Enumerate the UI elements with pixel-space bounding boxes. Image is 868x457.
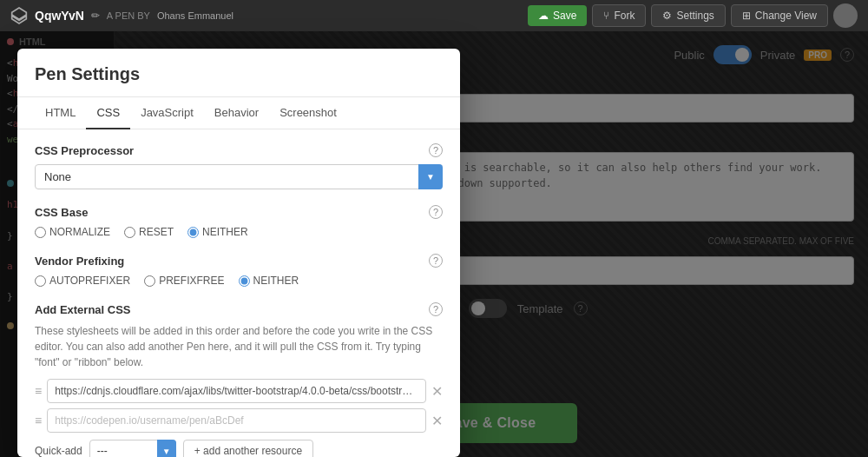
- css-base-normalize-radio[interactable]: [35, 227, 46, 238]
- css-url-input-2[interactable]: [47, 408, 426, 433]
- css-base-radio-group: NORMALIZE RESET NEITHER: [35, 226, 443, 238]
- css-base-reset-option[interactable]: RESET: [124, 226, 174, 238]
- add-external-css-row: Add External CSS ? These stylesheets wil…: [35, 302, 443, 457]
- add-external-css-label: Add External CSS: [35, 303, 131, 316]
- autoprefixer-option[interactable]: AUTOPREFIXER: [35, 275, 130, 287]
- vendor-prefixing-row: Vendor Prefixing ? AUTOPREFIXER PREFIXFR…: [35, 254, 443, 287]
- tab-css[interactable]: CSS: [86, 97, 130, 129]
- autoprefixer-radio[interactable]: [35, 275, 46, 287]
- topbar-left: QqwYvN ✏ A PEN BY Ohans Emmanuel: [10, 7, 233, 24]
- vendor-neither-radio[interactable]: [239, 275, 250, 287]
- add-resource-button[interactable]: + add another resource: [183, 440, 313, 457]
- codepen-logo-icon: [10, 7, 28, 24]
- tab-screenshot[interactable]: Screenshot: [269, 97, 347, 129]
- fork-icon: ⑂: [603, 10, 609, 22]
- css-base-label-row: CSS Base ?: [35, 205, 443, 219]
- pen-by-label: A PEN BY: [107, 10, 150, 21]
- vendor-prefixing-radio-group: AUTOPREFIXER PREFIXFREE NEITHER: [35, 275, 443, 287]
- gear-icon: ⚙: [662, 10, 672, 22]
- css-base-neither-option[interactable]: NEITHER: [187, 226, 248, 238]
- modal-header: Pen Settings: [17, 49, 460, 97]
- settings-button[interactable]: ⚙ Settings: [651, 4, 725, 27]
- css-preprocessor-row: CSS Preprocessor ? None Less SCSS Sass S…: [35, 143, 443, 189]
- modal-tabs: HTML CSS JavaScript Behavior Screenshot: [17, 97, 460, 129]
- css-preprocessor-help-icon[interactable]: ?: [429, 143, 443, 157]
- cloud-icon: ☁: [538, 10, 549, 22]
- author-name: Ohans Emmanuel: [157, 10, 233, 21]
- vendor-prefixing-label: Vendor Prefixing: [35, 255, 124, 268]
- topbar-right: ☁ Save ⑂ Fork ⚙ Settings ⊞ Change View: [528, 3, 858, 28]
- change-view-button[interactable]: ⊞ Change View: [731, 4, 828, 27]
- css-preprocessor-select-wrapper: None Less SCSS Sass Stylus PostCSS ▼: [35, 164, 443, 189]
- css-base-row: CSS Base ? NORMALIZE RESET NEITHER: [35, 205, 443, 238]
- quick-add-select[interactable]: --- Bootstrap 4 Bootstrap 3 Foundation A…: [89, 440, 176, 457]
- css-preprocessor-label-row: CSS Preprocessor ?: [35, 143, 443, 157]
- vendor-prefixing-help-icon[interactable]: ?: [429, 254, 443, 268]
- avatar: [833, 3, 858, 28]
- drag-handle-1[interactable]: ≡: [35, 384, 42, 398]
- vendor-prefixing-label-row: Vendor Prefixing ?: [35, 254, 443, 268]
- save-button[interactable]: ☁ Save: [528, 5, 587, 26]
- modal-body: CSS Preprocessor ? None Less SCSS Sass S…: [17, 129, 460, 457]
- vendor-neither-option[interactable]: NEITHER: [239, 275, 299, 287]
- add-external-css-label-row: Add External CSS ?: [35, 302, 443, 316]
- drag-handle-2[interactable]: ≡: [35, 414, 42, 427]
- prefixfree-radio[interactable]: [144, 275, 155, 287]
- modal-overlay: Pen Settings HTML CSS JavaScript Behavio…: [0, 31, 868, 457]
- tab-javascript[interactable]: JavaScript: [130, 97, 204, 129]
- edit-pen-icon[interactable]: ✏: [91, 10, 100, 22]
- css-base-neither-radio[interactable]: [187, 227, 199, 238]
- remove-css-2-button[interactable]: ✕: [431, 413, 443, 429]
- view-icon: ⊞: [742, 10, 751, 22]
- css-preprocessor-label: CSS Preprocessor: [35, 144, 134, 157]
- css-input-row-1: ≡ ✕: [35, 379, 443, 403]
- remove-css-1-button[interactable]: ✕: [431, 383, 443, 400]
- css-base-label: CSS Base: [35, 206, 88, 219]
- external-css-description: These stylesheets will be added in this …: [35, 323, 443, 370]
- css-url-input-1[interactable]: [47, 379, 426, 403]
- fork-button[interactable]: ⑂ Fork: [592, 4, 646, 27]
- css-input-row-2: ≡ ✕: [35, 408, 443, 433]
- quick-add-label: Quick-add: [35, 445, 82, 457]
- css-preprocessor-select[interactable]: None Less SCSS Sass Stylus PostCSS: [35, 164, 443, 189]
- css-base-help-icon[interactable]: ?: [429, 205, 443, 219]
- quick-add-row: Quick-add --- Bootstrap 4 Bootstrap 3 Fo…: [35, 440, 443, 457]
- pen-name: QqwYvN: [35, 9, 84, 23]
- prefixfree-option[interactable]: PREFIXFREE: [144, 275, 224, 287]
- css-base-normalize-option[interactable]: NORMALIZE: [35, 226, 110, 238]
- quick-add-select-wrapper: --- Bootstrap 4 Bootstrap 3 Foundation A…: [89, 440, 176, 457]
- tab-behavior[interactable]: Behavior: [204, 97, 269, 129]
- modal-title: Pen Settings: [35, 64, 443, 84]
- tab-html[interactable]: HTML: [35, 97, 86, 129]
- css-base-reset-radio[interactable]: [124, 227, 135, 238]
- topbar: QqwYvN ✏ A PEN BY Ohans Emmanuel ☁ Save …: [0, 0, 868, 31]
- pen-settings-modal: Pen Settings HTML CSS JavaScript Behavio…: [17, 49, 460, 457]
- add-external-css-help-icon[interactable]: ?: [429, 302, 443, 316]
